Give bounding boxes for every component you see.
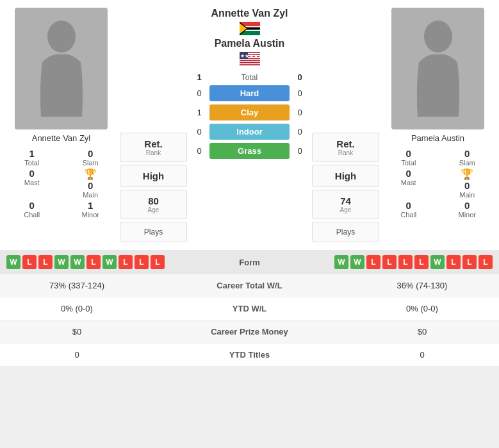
grass-badge: Grass [209, 143, 290, 159]
stats-row: 0YTD Titles0 [0, 344, 499, 367]
left-minor-stat: 1 Minor [64, 200, 118, 219]
right-trophy-icon: 🏆 [461, 168, 473, 180]
form-badge: L [382, 255, 397, 269]
right-plays-box: Plays [312, 222, 379, 242]
svg-rect-20 [240, 60, 260, 62]
right-player-stats-grid: 0 Total 0 Slam 0 Mast 🏆 0 Main 0 [382, 148, 494, 219]
right-high-box: High [312, 165, 379, 187]
svg-point-25 [424, 21, 452, 53]
stats-center-label: Career Total W/L [141, 281, 358, 290]
form-badge: L [414, 255, 429, 269]
right-trophy-main: 🏆 0 Main [441, 168, 495, 199]
left-name-header: Annette Van Zyl [192, 8, 307, 35]
left-mast-stat: 0 Mast [5, 168, 59, 199]
main-container: Annette Van Zyl 1 Total 0 Slam 0 Mast 🏆 … [0, 0, 499, 367]
clay-badge: Clay [209, 104, 290, 120]
stats-right-value: 0 [358, 350, 486, 360]
right-side-panel: Ret. Rank High 74 Age Plays [312, 8, 379, 242]
center-column: Annette Van Zyl [190, 8, 309, 162]
form-section: WLLWWLWLLL Form WWLLLLWLLL [0, 250, 499, 274]
stats-left-value: 0 [13, 350, 141, 360]
right-chall-stat: 0 Chall [382, 200, 436, 219]
left-rank-box: Ret. Rank [120, 133, 187, 162]
form-badge: L [446, 255, 461, 269]
left-player-name: Annette Van Zyl [32, 133, 91, 143]
form-badge: L [22, 255, 37, 269]
form-badge: L [479, 255, 493, 269]
form-badge: L [86, 255, 101, 269]
indoor-badge: Indoor [209, 124, 290, 140]
stats-right-value: 0% (0-0) [358, 304, 486, 313]
svg-text:★★★★★★: ★★★★★★ [240, 53, 260, 59]
left-player-card: Annette Van Zyl 1 Total 0 Slam 0 Mast 🏆 … [5, 8, 117, 219]
left-trophy-icon: 🏆 [84, 168, 97, 180]
right-flag-row: ★★★★★★ [240, 52, 260, 67]
left-player-photo [15, 8, 108, 129]
stats-right-value: 36% (74-130) [358, 281, 486, 290]
form-label: Form [239, 258, 260, 267]
right-slam-stat: 0 Slam [441, 148, 495, 167]
left-plays-box: Plays [120, 222, 187, 242]
svg-rect-22 [240, 64, 260, 65]
stats-left-value: 0% (0-0) [13, 304, 141, 313]
form-badge: W [334, 255, 348, 269]
right-minor-stat: 0 Minor [441, 200, 495, 219]
right-form-badges: WWLLLLWLLL [334, 255, 493, 269]
right-flag-icon: ★★★★★★ [240, 52, 260, 65]
right-rank-box: Ret. Rank [312, 133, 379, 162]
stats-right-value: $0 [358, 327, 486, 336]
stats-row: 0% (0-0)YTD W/L0% (0-0) [0, 297, 499, 320]
form-badge: W [102, 255, 117, 269]
right-player-photo [391, 8, 484, 129]
left-trophy-main: 🏆 0 Main [64, 168, 118, 199]
form-badge: W [54, 255, 69, 269]
stats-center-label: YTD Titles [141, 350, 358, 360]
grass-row: 0 Grass 0 [192, 143, 307, 159]
indoor-row: 0 Indoor 0 [192, 124, 307, 140]
right-total-stat: 0 Total [382, 148, 436, 167]
form-badge: L [151, 255, 165, 269]
left-player-stats-grid: 1 Total 0 Slam 0 Mast 🏆 0 Main 0 [5, 148, 117, 219]
clay-row: 1 Clay 0 [192, 104, 307, 120]
svg-rect-21 [240, 62, 260, 63]
form-badge: W [70, 255, 85, 269]
form-badge: W [430, 255, 445, 269]
hard-row: 0 Hard 0 [192, 85, 307, 101]
right-age-box: 74 Age [312, 190, 379, 219]
svg-point-0 [47, 21, 76, 53]
form-badge: L [398, 255, 413, 269]
left-flag-icon [240, 22, 260, 35]
left-form-badges: WLLWWLWLLL [6, 255, 165, 269]
left-age-box: 80 Age [120, 190, 187, 219]
left-chall-stat: 0 Chall [5, 200, 59, 219]
right-name-header: Pamela Austin ★★★★★★ [192, 38, 307, 67]
left-side-panel: Ret. Rank High 80 Age Plays [120, 8, 187, 242]
right-player-card: Pamela Austin 0 Total 0 Slam 0 Mast 🏆 0 [382, 8, 494, 219]
right-mast-stat: 0 Mast [382, 168, 436, 199]
stats-row: $0Career Prize Money$0 [0, 320, 499, 344]
stats-left-value: 73% (337-124) [13, 281, 141, 290]
stats-row: 73% (337-124)Career Total W/L36% (74-130… [0, 274, 499, 297]
form-badge: W [6, 255, 20, 269]
stats-left-value: $0 [13, 327, 141, 336]
stats-center-label: Career Prize Money [141, 327, 358, 336]
form-badge: L [135, 255, 149, 269]
hard-badge: Hard [209, 85, 290, 101]
stats-center-label: YTD W/L [141, 304, 358, 313]
form-badge: L [366, 255, 380, 269]
stats-rows: 73% (337-124)Career Total W/L36% (74-130… [0, 274, 499, 367]
left-slam-stat: 0 Slam [64, 148, 118, 167]
left-high-box: High [120, 165, 187, 187]
form-badge: W [350, 255, 364, 269]
form-badge: L [119, 255, 133, 269]
form-badge: L [462, 255, 477, 269]
right-player-name: Pamela Austin [411, 133, 464, 143]
left-total-stat: 1 Total [5, 148, 59, 167]
left-flag-row [192, 22, 307, 35]
total-row: 1 Total 0 [192, 72, 307, 82]
form-badge: L [38, 255, 53, 269]
